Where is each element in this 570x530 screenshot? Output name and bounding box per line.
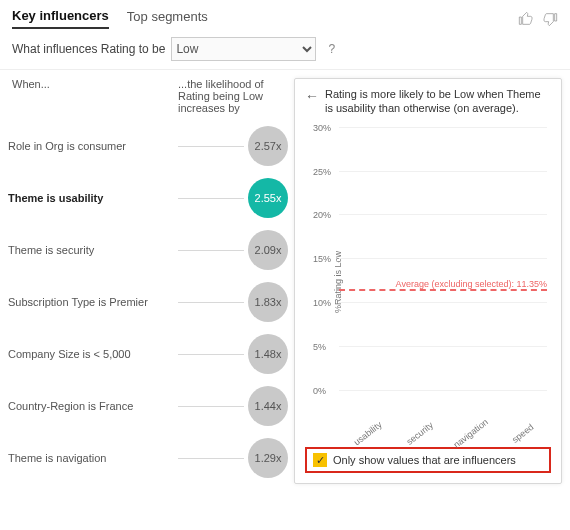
y-tick-label: 15% (313, 254, 331, 264)
thumbs-up-icon[interactable] (518, 11, 534, 27)
y-tick-label: 30% (313, 123, 331, 133)
connector-line (178, 458, 244, 459)
thumbs-down-icon[interactable] (542, 11, 558, 27)
y-tick-label: 10% (313, 298, 331, 308)
column-header-when: When... (8, 78, 178, 114)
influencer-row[interactable]: Theme is security2.09x (8, 224, 288, 276)
influencer-row[interactable]: Subscription Type is Premier1.83x (8, 276, 288, 328)
checkbox-icon: ✓ (313, 453, 327, 467)
influencer-row[interactable]: Theme is usability2.55x (8, 172, 288, 224)
x-tick-label: security (400, 417, 439, 450)
influencer-label: Role in Org is consumer (8, 140, 178, 152)
column-header-likelihood: ...the likelihood of Rating being Low in… (178, 78, 288, 114)
back-arrow-icon[interactable]: ← (305, 87, 319, 116)
average-line-label: Average (excluding selected): 11.35% (396, 279, 547, 289)
help-icon[interactable]: ? (328, 42, 335, 56)
y-tick-label: 0% (313, 386, 326, 396)
influencer-label: Theme is security (8, 244, 178, 256)
question-text: What influences Rating to be (12, 42, 165, 56)
connector-line (178, 354, 244, 355)
influencer-row[interactable]: Company Size is < 5,0001.48x (8, 328, 288, 380)
influencer-label: Theme is navigation (8, 452, 178, 464)
influencer-label: Company Size is < 5,000 (8, 348, 178, 360)
tab-top-segments[interactable]: Top segments (127, 9, 208, 28)
connector-line (178, 146, 244, 147)
multiplier-bubble: 1.83x (248, 282, 288, 322)
influencer-label: Subscription Type is Premier (8, 296, 178, 308)
x-tick-label: navigation (451, 417, 490, 450)
connector-line (178, 302, 244, 303)
influencer-row[interactable]: Theme is navigation1.29x (8, 432, 288, 484)
multiplier-bubble: 2.09x (248, 230, 288, 270)
multiplier-bubble: 1.29x (248, 438, 288, 478)
influencer-row[interactable]: Country-Region is France1.44x (8, 380, 288, 432)
connector-line (178, 198, 244, 199)
checkbox-label: Only show values that are influencers (333, 454, 516, 466)
y-tick-label: 20% (313, 210, 331, 220)
rating-value-dropdown[interactable]: Low (171, 37, 316, 61)
connector-line (178, 250, 244, 251)
y-tick-label: 5% (313, 342, 326, 352)
influencer-label: Country-Region is France (8, 400, 178, 412)
x-tick-label: usability (348, 417, 387, 450)
connector-line (178, 406, 244, 407)
x-tick-label: speed (503, 417, 542, 450)
chart-title: Rating is more likely to be Low when The… (325, 87, 551, 116)
influencer-label: Theme is usability (8, 192, 178, 204)
tab-key-influencers[interactable]: Key influencers (12, 8, 109, 29)
influencer-row[interactable]: Role in Org is consumer2.57x (8, 120, 288, 172)
multiplier-bubble: 1.44x (248, 386, 288, 426)
multiplier-bubble: 2.55x (248, 178, 288, 218)
y-tick-label: 25% (313, 167, 331, 177)
multiplier-bubble: 1.48x (248, 334, 288, 374)
multiplier-bubble: 2.57x (248, 126, 288, 166)
only-influencers-checkbox-area[interactable]: ✓ Only show values that are influencers (305, 447, 551, 473)
